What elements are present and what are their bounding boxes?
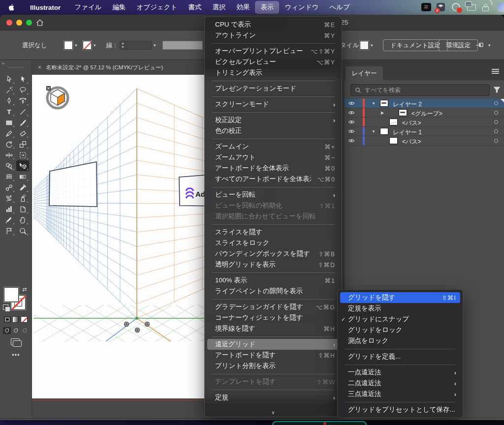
type-tool[interactable] [2, 106, 15, 117]
style-swatch[interactable] [360, 41, 369, 50]
grid-submenu-item-10[interactable]: 三点遠近法› [340, 389, 460, 399]
symbol-shifter-tool[interactable] [16, 193, 29, 204]
gradient-tool[interactable] [16, 171, 29, 182]
edit-toolbar-button[interactable]: ••• [12, 351, 20, 359]
line-segment-tool[interactable] [16, 106, 29, 117]
recording-tray-icon[interactable] [452, 3, 461, 12]
visibility-eye-icon[interactable] [348, 100, 355, 107]
menubar-item-window[interactable]: ウィンドウ [279, 1, 324, 14]
layer-name[interactable]: レイヤー 1 [393, 128, 422, 137]
scale-tool[interactable] [16, 139, 29, 150]
grid-submenu-item-9[interactable]: 二点遠近法› [340, 378, 460, 389]
view-menu-item-28[interactable]: 100% 表示⌘1 [207, 275, 339, 286]
view-menu-item-5[interactable]: トリミング表示 [207, 67, 339, 78]
view-menu-item-33[interactable]: 境界線を隠す⌘H [207, 323, 339, 334]
menubar-item-file[interactable]: ファイル [69, 1, 107, 14]
layers-tab[interactable]: レイヤー [346, 66, 383, 80]
color-button[interactable] [4, 316, 11, 323]
style-chevron-icon[interactable]: ▾ [371, 43, 373, 48]
stroke-weight-field[interactable] [126, 41, 152, 50]
stroke-weight-chevron-icon[interactable]: ▾ [154, 43, 156, 48]
grid-submenu-item-1[interactable]: 定規を表示 [340, 303, 460, 314]
slice-tool[interactable] [2, 214, 15, 225]
tourbox-tray-icon[interactable]: tourbox [421, 3, 431, 12]
eraser-tool[interactable] [16, 128, 29, 139]
menubar-item-select[interactable]: 選択 [207, 1, 231, 14]
chevron-right-icon[interactable]: ▶ [381, 111, 384, 115]
perspective-selection-tool[interactable] [16, 160, 29, 171]
layer-thumbnail[interactable] [389, 137, 398, 144]
layer-row-0[interactable]: ▼レイヤー 2 [345, 99, 504, 108]
visibility-eye-icon[interactable] [348, 128, 355, 135]
document-tab-close-icon[interactable]: × [38, 64, 41, 71]
partial-tray-icon[interactable] [498, 3, 504, 12]
cursor-options-chevron-icon[interactable]: ▾ [488, 43, 491, 48]
fill-color-swatch[interactable] [64, 41, 73, 50]
view-menu-item-16[interactable]: アートボードを全体表示⌘0 [207, 163, 339, 174]
none-button[interactable] [21, 316, 28, 323]
view-menu-item-41[interactable]: 定規› [207, 392, 339, 403]
menubar-item-type[interactable]: 書式 [183, 1, 207, 14]
cursor-options-icon[interactable] [475, 41, 484, 49]
swap-fill-stroke-icon[interactable]: ⇄ [22, 286, 27, 293]
zoom-tool[interactable] [16, 225, 29, 236]
menu-scroll-down-icon[interactable]: ∨ [205, 410, 342, 415]
view-menu-item-25[interactable]: バウンディングボックスを隠す⇧⌘B [207, 248, 339, 259]
default-fill-stroke-icon[interactable] [3, 304, 8, 310]
layer-target-circle[interactable] [494, 120, 498, 124]
shape-builder-tool[interactable] [2, 160, 15, 171]
fill-chevron-icon[interactable]: ▾ [75, 43, 77, 48]
hand-tool[interactable] [16, 214, 29, 225]
fill-indicator[interactable] [4, 287, 19, 302]
menubar-item-effect[interactable]: 効果 [231, 1, 255, 14]
layer-name[interactable]: <パス> [402, 138, 421, 146]
layer-name[interactable]: <パス> [402, 119, 421, 127]
document-setup-button[interactable]: ドキュメント設定 [383, 39, 448, 51]
menubar-item-object[interactable]: オブジェクト [131, 1, 183, 14]
filter-icon[interactable] [493, 86, 501, 94]
toolbar-collapse-icon[interactable]: « [2, 61, 4, 66]
layer-thumbnail[interactable] [399, 109, 407, 116]
menubar-item-view[interactable]: 表示 [255, 1, 279, 14]
minimize-window-button[interactable] [16, 20, 22, 26]
view-menu-item-9[interactable]: スクリーンモード› [207, 99, 339, 110]
column-graph-tool[interactable] [2, 204, 15, 214]
apple-logo-icon[interactable] [8, 3, 16, 11]
eyedropper-tool[interactable] [16, 182, 29, 193]
view-menu-item-11[interactable]: 校正設定› [207, 115, 339, 125]
artboard-tool[interactable] [16, 204, 29, 214]
view-menu-item-17[interactable]: すべてのアートボードを全体表示⌥⌘0 [207, 174, 339, 184]
rectangle-tool[interactable] [2, 117, 15, 128]
layer-target-circle[interactable] [494, 129, 498, 133]
view-menu-item-0[interactable]: CPU で表示⌘E [207, 19, 339, 30]
free-transform-tool[interactable] [16, 150, 29, 160]
direct-selection-tool[interactable] [16, 74, 29, 85]
grid-submenu-item-6[interactable]: グリッドを定義... [340, 351, 460, 362]
magic-wand-tool[interactable] [2, 85, 15, 95]
menubar-item-edit[interactable]: 編集 [107, 1, 131, 14]
view-menu-item-29[interactable]: ライブペイントの隙間を表示 [207, 286, 339, 297]
curvature-tool[interactable] [16, 95, 29, 106]
view-menu-item-26[interactable]: 透明グリッドを表示⇧⌘D [207, 259, 339, 270]
view-menu-item-35[interactable]: 遠近グリッド› [207, 339, 339, 350]
pencil-tool[interactable] [2, 128, 15, 139]
left-plane-rectangle[interactable] [49, 162, 97, 207]
layer-row-2[interactable]: <パス> [345, 118, 504, 127]
layer-target-circle[interactable] [494, 101, 498, 105]
close-window-button[interactable] [6, 20, 12, 26]
home-icon[interactable] [35, 18, 44, 27]
selection-tool[interactable] [2, 74, 15, 85]
mesh-tool[interactable] [2, 171, 15, 182]
document-tab[interactable]: × 名称未設定-2* @ 57.12 % (CMYK/プレビュー) [32, 60, 207, 75]
stroke-weight-stepper[interactable]: ▲▼ [120, 41, 126, 50]
view-menu-item-14[interactable]: ズームイン⌘+ [207, 141, 339, 152]
layer-row-4[interactable]: <パス> [345, 136, 504, 146]
plane-switching-widget[interactable] [46, 86, 68, 108]
zoom-window-button[interactable] [26, 20, 32, 26]
view-menu-item-12[interactable]: 色の校正 [207, 125, 339, 136]
grid-submenu-item-3[interactable]: グリッドをロック [340, 325, 460, 335]
draw-normal-mode-button[interactable] [3, 327, 11, 334]
layer-thumbnail[interactable] [389, 119, 398, 125]
print-tiling-tool[interactable] [2, 225, 15, 236]
layer-row-3[interactable]: ▼レイヤー 1 [345, 127, 504, 136]
